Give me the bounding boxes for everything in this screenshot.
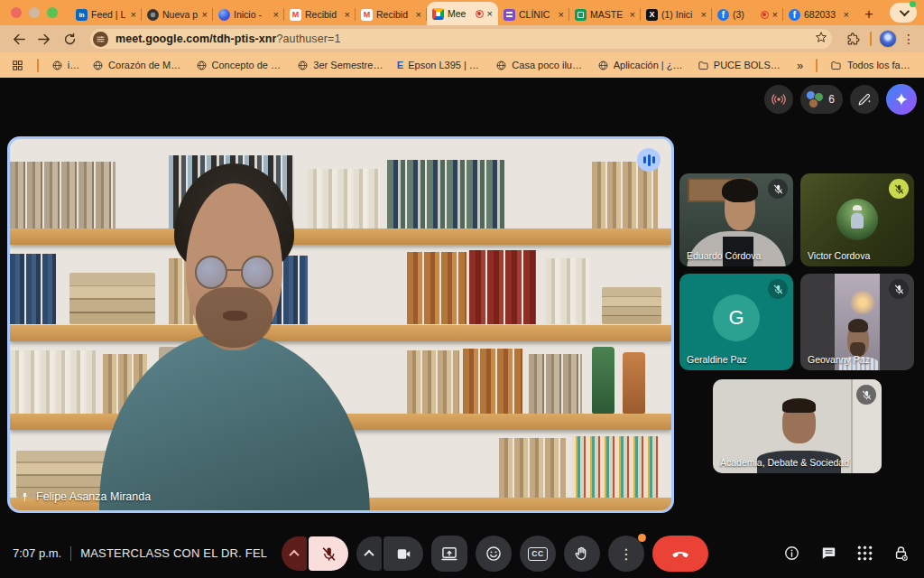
minimize-window-button[interactable] [29, 7, 40, 18]
meeting-title: MASTERCLASS CON EL DR. FELIPE A... [80, 546, 268, 560]
close-tab-icon[interactable]: × [772, 10, 778, 20]
mic-options-chevron[interactable] [282, 536, 307, 571]
bookmark-casa[interactable]: Casa poco ilumina... [495, 60, 584, 71]
url-query: ?authuser=1 [277, 33, 341, 45]
meet-bottom-bar: 7:07 p.m. MASTERCLASS CON EL DR. FELIPE … [0, 528, 924, 578]
reactions-button[interactable] [476, 536, 512, 572]
tab-inicio[interactable]: Inicio - × [213, 4, 284, 25]
camera-options-chevron[interactable] [356, 536, 382, 571]
main-speaker-tile[interactable]: Felipe Asanza Miranda [7, 136, 674, 513]
zoom-window-button[interactable] [47, 7, 58, 18]
meeting-details-icon[interactable] [783, 545, 800, 562]
bookmark-semestre[interactable]: 3er Semestre "Intr... [297, 60, 383, 71]
participants-count: 6 [828, 93, 835, 106]
bookmark-star-icon[interactable] [814, 30, 828, 48]
tab-nueva[interactable]: Nueva p × [142, 4, 213, 25]
meet-top-toolbar: 6 [764, 84, 917, 115]
call-controls: CC ⋮ [282, 536, 708, 572]
close-tab-icon[interactable]: × [559, 10, 564, 20]
effects-pencil-button[interactable] [850, 85, 879, 114]
bookmark-ielts[interactable]: ielts [51, 60, 79, 71]
back-button[interactable] [9, 29, 29, 49]
tab-search-chevron-button[interactable] [890, 3, 917, 23]
participant-tile-academia[interactable]: Academia, Debate & Sociedad [713, 379, 882, 473]
site-purple-icon [504, 9, 515, 21]
bookmark-concepto[interactable]: Concepto de Form... [196, 60, 285, 71]
tab-meet-active[interactable]: Mee × [427, 2, 498, 25]
address-bar[interactable]: meet.google.com/tdh-ptis-xnr?authuser=1 [90, 29, 832, 49]
close-window-button[interactable] [11, 7, 22, 18]
avatar [836, 199, 878, 240]
close-tab-icon[interactable]: × [345, 10, 350, 20]
all-favorites-folder[interactable]: Todos los favoritos [830, 60, 913, 71]
live-streaming-button[interactable] [764, 85, 793, 114]
mic-toggle-button[interactable] [309, 536, 348, 571]
close-tab-icon[interactable]: × [416, 10, 421, 20]
extensions-icon[interactable] [843, 29, 863, 49]
profile-avatar[interactable] [879, 30, 897, 48]
close-tab-icon[interactable]: × [273, 10, 279, 20]
bookmarks-overflow-button[interactable]: » [797, 59, 803, 72]
present-screen-button[interactable] [431, 536, 467, 572]
gemini-button[interactable] [886, 84, 917, 115]
linkedin-icon [76, 9, 88, 21]
mic-off-icon [856, 385, 876, 405]
participant-tile-geraldine[interactable]: G Geraldine Paz [679, 274, 793, 370]
participant-avatars-icon [806, 90, 824, 108]
tab-facebook-2[interactable]: 682033 × [783, 4, 855, 25]
close-tab-icon[interactable]: × [487, 9, 493, 19]
close-tab-icon[interactable]: × [630, 10, 635, 20]
tab-gmail-1[interactable]: Recibid × [284, 4, 356, 25]
window-controls [0, 0, 70, 25]
tab-clinica[interactable]: CLÍNIC × [498, 4, 569, 25]
bookmark-corazon[interactable]: Corazón de Melón,... [92, 60, 182, 71]
tabs: Feed | L × Nueva p × Inicio - × Recibid … [70, 0, 880, 25]
recording-indicator-icon [476, 10, 484, 18]
glasses [195, 256, 274, 289]
activities-grid-icon[interactable] [857, 545, 873, 561]
tab-facebook-1[interactable]: (3) × [712, 4, 783, 25]
forward-button[interactable] [34, 29, 54, 49]
chat-icon[interactable] [820, 545, 837, 562]
site-settings-icon[interactable] [93, 32, 108, 47]
tab-sheets[interactable]: MASTE × [569, 4, 641, 25]
raise-hand-button[interactable] [564, 536, 600, 572]
tab-gmail-2[interactable]: Recibid × [356, 4, 427, 25]
chevron-down-icon [900, 6, 910, 16]
meet-panels [783, 528, 910, 578]
tab-strip: Feed | L × Nueva p × Inicio - × Recibid … [0, 0, 924, 25]
mic-control-group [282, 536, 348, 571]
toolbar-divider [870, 32, 872, 46]
close-tab-icon[interactable]: × [701, 10, 707, 20]
tab-groups-icon[interactable] [11, 55, 24, 75]
bookmark-epson[interactable]: EEpson L395 | Epso... [397, 60, 484, 70]
main-tile-name-label: Felipe Asanza Miranda [19, 490, 151, 503]
tab-feed[interactable]: Feed | L × [70, 4, 142, 25]
reload-button[interactable] [60, 29, 79, 49]
participant-tile-victor[interactable]: Victor Cordova [800, 173, 914, 266]
gmail-icon [290, 9, 301, 21]
bookmarks-divider [816, 59, 818, 72]
host-controls-lock-icon[interactable] [892, 545, 910, 562]
close-tab-icon[interactable]: × [131, 10, 136, 20]
tab-x[interactable]: (1) Inici × [641, 4, 712, 25]
bookmark-folder-puce[interactable]: PUCE BOLSA DE... [698, 60, 784, 71]
new-tab-button[interactable]: + [858, 4, 880, 25]
close-tab-icon[interactable]: × [844, 10, 849, 20]
bookshelf-background [10, 139, 671, 510]
captions-button[interactable]: CC [520, 536, 556, 572]
close-tab-icon[interactable]: × [202, 10, 208, 20]
participant-tile-geovanny[interactable]: Geovanny Paz [800, 274, 914, 370]
site-blue-icon [218, 9, 230, 21]
participant-tile-eduardo[interactable]: Eduardo Córdova [679, 173, 793, 266]
pin-icon [19, 491, 31, 503]
facebook-icon [789, 9, 800, 21]
more-options-button[interactable]: ⋮ [608, 536, 644, 572]
browser-menu-icon[interactable]: ⋮ [902, 32, 915, 46]
camera-toggle-button[interactable] [383, 536, 423, 571]
divider [70, 546, 71, 561]
bookmark-aplicacion[interactable]: Aplicación | ¿Cóm... [597, 60, 685, 71]
end-call-button[interactable] [652, 536, 708, 572]
meet-icon [432, 8, 444, 20]
participants-button[interactable]: 6 [800, 85, 843, 114]
